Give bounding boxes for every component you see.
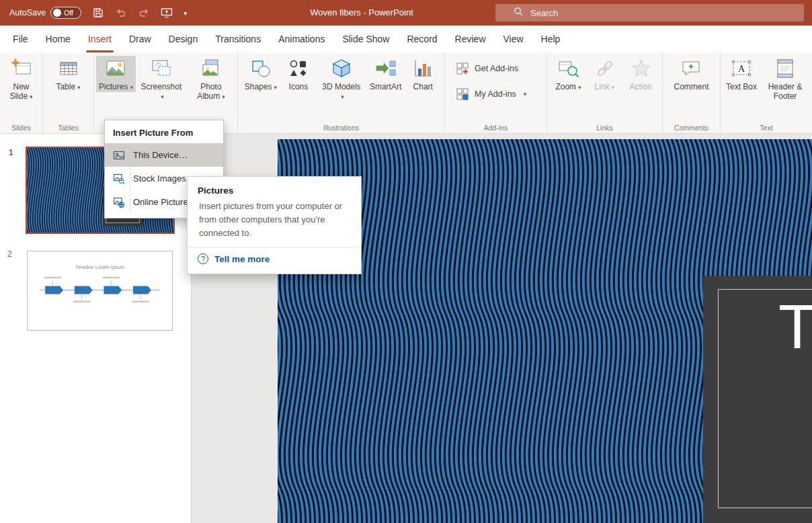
online-pictures-icon bbox=[113, 196, 125, 208]
my-add-ins-button[interactable]: My Add-ins bbox=[456, 87, 526, 101]
present-icon[interactable] bbox=[161, 7, 173, 19]
tab-home[interactable]: Home bbox=[37, 26, 79, 52]
zoom-icon bbox=[557, 57, 580, 80]
slide-2-title: Timeline Lorem Ipsum bbox=[75, 264, 124, 270]
new-slide-icon bbox=[10, 57, 33, 80]
timeline-thumbnail-graphic: Timeline Lorem Ipsum bbox=[28, 251, 172, 330]
autosave-toggle[interactable]: AutoSave Off bbox=[9, 7, 81, 19]
tab-record[interactable]: Record bbox=[398, 26, 446, 52]
group-slides: New Slide Slides bbox=[0, 52, 43, 133]
pictures-button[interactable]: Pictures bbox=[96, 56, 136, 92]
svg-text:A: A bbox=[738, 64, 745, 74]
redo-icon[interactable] bbox=[138, 7, 150, 19]
tab-draw[interactable]: Draw bbox=[120, 26, 160, 52]
text-box-button[interactable]: A Text Box bbox=[723, 56, 760, 91]
action-icon bbox=[630, 57, 653, 80]
get-add-ins-icon bbox=[456, 62, 469, 75]
chevron-down-icon bbox=[341, 92, 344, 102]
button-label: Header & Footer bbox=[768, 82, 803, 101]
photo-album-button[interactable]: Photo Album bbox=[187, 56, 235, 102]
new-slide-button[interactable]: New Slide bbox=[1, 56, 41, 102]
chart-button[interactable]: Chart bbox=[405, 56, 440, 91]
tab-file[interactable]: File bbox=[4, 26, 37, 52]
toggle-knob bbox=[53, 9, 61, 17]
3d-models-button[interactable]: 3D Models bbox=[317, 56, 366, 102]
title-text: T bbox=[778, 296, 812, 358]
button-label: Action bbox=[630, 82, 652, 91]
tab-transitions[interactable]: Transitions bbox=[206, 26, 270, 52]
group-illustrations: Shapes Icons 3D Models SmartArt Chart Il… bbox=[238, 52, 445, 133]
table-icon bbox=[57, 57, 80, 80]
tab-insert[interactable]: Insert bbox=[79, 26, 120, 52]
title-placeholder[interactable]: T bbox=[703, 276, 812, 523]
search-box[interactable]: Search bbox=[495, 4, 804, 22]
chart-icon bbox=[411, 57, 434, 80]
comment-button[interactable]: Comment bbox=[671, 56, 711, 91]
button-label: My Add-ins bbox=[475, 89, 516, 99]
help-question-icon bbox=[198, 253, 208, 264]
button-label: Photo Album bbox=[197, 82, 221, 101]
pictures-tooltip: Pictures Insert pictures from your compu… bbox=[187, 176, 362, 274]
quick-access-chevron-icon[interactable] bbox=[184, 9, 187, 17]
group-label-tables: Tables bbox=[43, 124, 93, 132]
autosave-state: Off bbox=[64, 9, 73, 17]
tab-design[interactable]: Design bbox=[160, 26, 207, 52]
smartart-icon bbox=[374, 57, 397, 80]
group-label-text: Text bbox=[721, 124, 812, 132]
stock-images-icon bbox=[113, 173, 125, 185]
group-links: Zoom Link Action Links bbox=[547, 52, 663, 133]
button-label: Pictures bbox=[99, 82, 128, 91]
my-add-ins-icon bbox=[456, 87, 469, 101]
search-icon bbox=[514, 7, 524, 19]
screenshot-icon bbox=[150, 57, 173, 80]
icons-button[interactable]: Icons bbox=[281, 56, 316, 91]
group-comments: Comment Comments bbox=[663, 52, 721, 133]
button-label: Chart bbox=[413, 82, 433, 91]
button-label: Icons bbox=[289, 82, 309, 91]
undo-icon[interactable] bbox=[115, 7, 127, 19]
chevron-down-icon bbox=[222, 92, 225, 102]
button-label: Link bbox=[595, 82, 610, 91]
menu-item-label: This Device… bbox=[133, 150, 188, 160]
link-icon bbox=[594, 57, 616, 80]
group-tables: Table Tables bbox=[43, 52, 94, 133]
header-footer-icon bbox=[774, 57, 797, 80]
header-footer-button[interactable]: Header & Footer bbox=[761, 56, 809, 101]
autosave-label: AutoSave bbox=[9, 8, 46, 17]
autosave-switch[interactable]: Off bbox=[50, 7, 81, 19]
tab-slide-show[interactable]: Slide Show bbox=[333, 26, 398, 52]
save-icon[interactable] bbox=[92, 7, 104, 19]
slide-2-thumbnail[interactable]: Timeline Lorem Ipsum bbox=[27, 251, 173, 331]
button-label: Text Box bbox=[726, 82, 757, 91]
group-text: A Text Box Header & Footer Text bbox=[721, 52, 812, 133]
tell-me-more-link[interactable]: Tell me more bbox=[188, 247, 361, 270]
group-label-illustrations: Illustrations bbox=[238, 124, 444, 132]
3d-models-icon bbox=[330, 57, 353, 80]
window-title: Woven fibers - PowerPoint bbox=[274, 0, 449, 26]
chevron-down-icon bbox=[30, 92, 33, 102]
menu-header: Insert Picture From bbox=[105, 120, 223, 143]
smartart-button[interactable]: SmartArt bbox=[367, 56, 404, 91]
screenshot-button[interactable]: Screenshot bbox=[137, 56, 186, 102]
link-button: Link bbox=[587, 56, 622, 92]
ribbon-tabs: File Home Insert Draw Design Transitions… bbox=[0, 26, 812, 52]
button-label: Shapes bbox=[245, 82, 272, 91]
zoom-button[interactable]: Zoom bbox=[551, 56, 586, 92]
slide-1-number: 1 bbox=[9, 148, 13, 157]
tooltip-body: Insert pictures from your computer or fr… bbox=[188, 200, 361, 240]
group-label-slides: Slides bbox=[0, 124, 42, 132]
table-button[interactable]: Table bbox=[51, 56, 86, 92]
pictures-icon bbox=[104, 57, 127, 80]
tab-help[interactable]: Help bbox=[532, 26, 569, 52]
this-device-icon bbox=[113, 149, 125, 161]
get-add-ins-button[interactable]: Get Add-ins bbox=[456, 62, 518, 75]
button-label: Screenshot bbox=[141, 82, 182, 91]
tab-animations[interactable]: Animations bbox=[270, 26, 333, 52]
tab-view[interactable]: View bbox=[495, 26, 532, 52]
menu-item-this-device[interactable]: This Device… bbox=[105, 143, 223, 167]
action-button: Action bbox=[624, 56, 659, 91]
tab-review[interactable]: Review bbox=[446, 26, 495, 52]
shapes-button[interactable]: Shapes bbox=[242, 56, 280, 92]
tooltip-title: Pictures bbox=[188, 177, 361, 200]
icons-icon bbox=[287, 57, 310, 80]
